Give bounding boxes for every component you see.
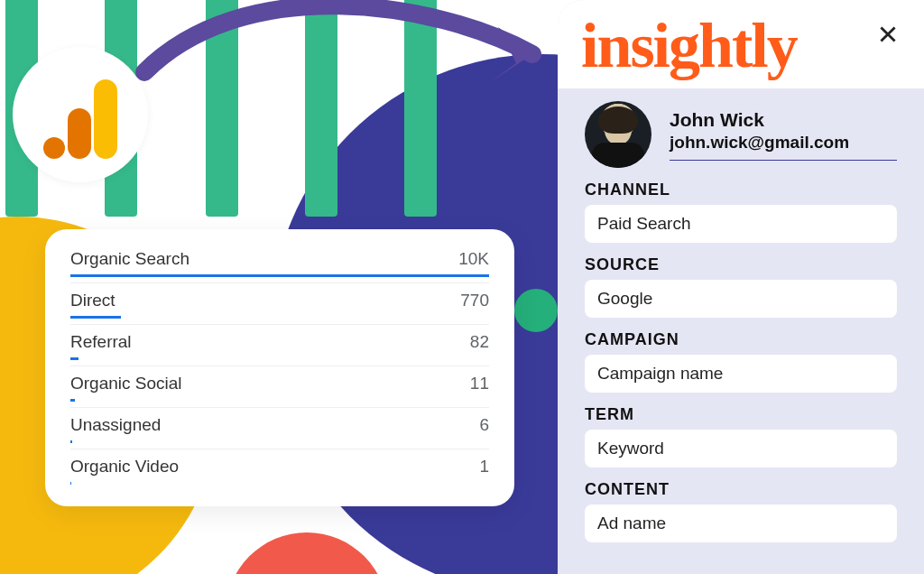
channel-bar (70, 440, 489, 443)
avatar (585, 101, 651, 168)
channel-label: Organic Social (70, 374, 182, 393)
channel-row[interactable]: Organic Social 11 (70, 366, 489, 407)
content-input[interactable]: Ad name (585, 505, 897, 542)
channel-value: 11 (470, 374, 489, 393)
channel-value: 1 (479, 457, 489, 477)
field-label: SOURCE (585, 255, 897, 274)
field-label: CHANNEL (585, 181, 897, 199)
field-channel: CHANNEL Paid Search (578, 175, 904, 243)
channel-row[interactable]: Unassigned 6 (70, 407, 489, 449)
channel-label: Organic Search (70, 249, 189, 269)
channel-value: 770 (460, 291, 489, 310)
field-term: TERM Keyword (578, 400, 904, 468)
insightly-logo: insightly (576, 9, 797, 87)
channel-row[interactable]: Organic Video 1 (70, 449, 489, 490)
channel-bar (70, 357, 489, 360)
channel-value: 6 (479, 415, 489, 435)
term-input[interactable]: Keyword (585, 430, 897, 468)
channel-bar (70, 482, 489, 485)
insightly-header: insightly (558, 0, 924, 88)
close-icon (876, 23, 900, 46)
google-analytics-logo (13, 47, 148, 182)
channel-label: Referral (70, 332, 132, 352)
analytics-icon (43, 79, 117, 159)
channel-label: Organic Video (70, 457, 179, 477)
field-content: CONTENT Ad name (578, 475, 904, 542)
insightly-body: John Wick john.wick@gmail.com CHANNEL Pa… (558, 88, 924, 546)
channel-row[interactable]: Direct 770 (70, 282, 489, 324)
field-campaign: CAMPAIGN Campaign name (578, 325, 904, 393)
field-label: TERM (585, 405, 897, 424)
channel-row[interactable]: Organic Search 10K (70, 242, 489, 282)
decor-bar (404, 0, 437, 217)
channel-label: Direct (70, 291, 116, 310)
contact-name: John Wick (670, 109, 897, 131)
channel-value: 82 (470, 332, 489, 352)
field-source: SOURCE Google (578, 250, 904, 318)
channel-row[interactable]: Referral 82 (70, 324, 489, 366)
contact-text: John Wick john.wick@gmail.com (670, 109, 897, 161)
decor-green-dot (514, 289, 558, 332)
field-label: CONTENT (585, 480, 897, 499)
close-button[interactable] (870, 16, 906, 52)
campaign-input[interactable]: Campaign name (585, 355, 897, 393)
channel-input[interactable]: Paid Search (585, 205, 897, 243)
analytics-channels-panel: Organic Search 10K Direct 770 Referral 8… (45, 229, 514, 506)
channel-bar (70, 399, 489, 402)
decor-red-circle (226, 532, 388, 574)
decor-bar (206, 0, 238, 217)
channel-bar (70, 316, 489, 319)
source-input[interactable]: Google (585, 280, 897, 318)
channel-label: Unassigned (70, 415, 161, 435)
contact-row: John Wick john.wick@gmail.com (578, 99, 904, 175)
insightly-panel: insightly John Wick john.wick@gmail.com … (558, 0, 924, 574)
decor-bar (305, 0, 337, 217)
channel-bar (70, 274, 489, 277)
stage: Organic Search 10K Direct 770 Referral 8… (0, 0, 924, 574)
field-label: CAMPAIGN (585, 330, 897, 349)
channel-value: 10K (458, 249, 489, 269)
contact-email: john.wick@gmail.com (670, 133, 897, 153)
